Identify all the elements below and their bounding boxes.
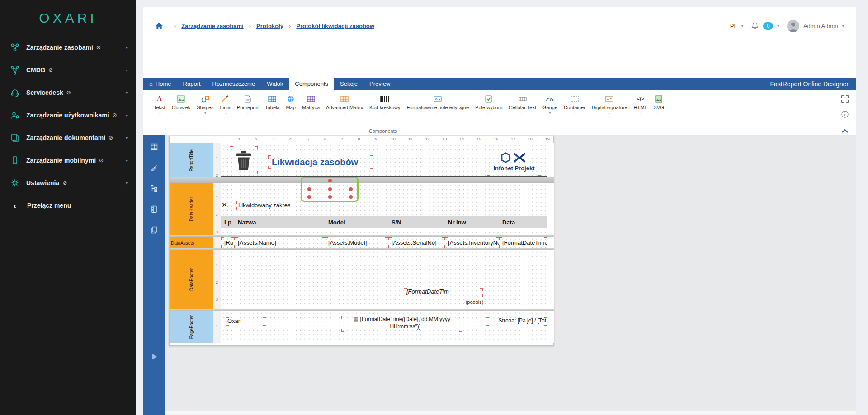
restricted-badge-icon: ⊘	[66, 89, 71, 96]
trash-image-object[interactable]	[230, 146, 258, 174]
component-shapes[interactable]: Shapes▾	[193, 93, 217, 115]
selection-handle[interactable]	[349, 187, 353, 191]
header-cell-nazwa[interactable]: Nazwa	[235, 216, 325, 228]
component-container[interactable]: Container…	[561, 93, 589, 115]
data-cell-date[interactable]: [FormatDateTime	[499, 237, 547, 248]
selection-handle[interactable]	[328, 179, 332, 182]
header-cell-data[interactable]: Data	[499, 216, 547, 228]
footer-page-number-object[interactable]: Strona: [Pa je] / [Tot	[486, 317, 547, 326]
footer-datetime-object[interactable]: ▦ [FormatDateTime([Date], dd.MM.yyyy HH:…	[341, 316, 462, 332]
component-obrazek[interactable]: Obrazek…	[169, 93, 194, 115]
properties-grid-icon[interactable]	[143, 136, 165, 157]
band-ruler: 123	[213, 250, 221, 309]
selection-handle[interactable]	[307, 195, 311, 199]
sidebar-item-zarzadzanie-dokumentami[interactable]: Zarządzanie dokumentami ⊘ ▾	[0, 126, 136, 149]
info-icon[interactable]	[841, 111, 849, 120]
signature-date-object[interactable]: [FormatDateTim	[404, 288, 483, 297]
selection-handle[interactable]	[328, 195, 332, 199]
chevron-down-icon[interactable]: ▾	[777, 23, 779, 28]
tab-raport[interactable]: Raport	[177, 78, 207, 90]
header-cell-sn[interactable]: S/N	[388, 216, 445, 228]
component-tekst[interactable]: A Tekst…	[151, 93, 169, 115]
tab-home[interactable]: ⌂Home	[143, 78, 177, 90]
horizontal-scrollbar[interactable]	[165, 411, 856, 415]
selection-handle[interactable]	[349, 195, 353, 199]
band-content-data-footer[interactable]: [FormatDateTim (podpis)	[221, 250, 547, 309]
tab-sekcje[interactable]: Sekcje	[334, 78, 363, 90]
collapse-toolbar-chevron-icon[interactable]	[841, 127, 849, 135]
signature-caption[interactable]: (podpis)	[404, 299, 545, 305]
tab-widok[interactable]: Widok	[261, 78, 289, 90]
selection-handle[interactable]	[307, 187, 311, 191]
signature-line-object[interactable]	[404, 298, 545, 298]
sidebar-item-zarzadzanie-uzytkownikami[interactable]: Zarządzanie użytkownikami ⊘ ▾	[0, 104, 136, 126]
grid-glyph-icon: ▦	[354, 316, 358, 322]
home-icon[interactable]	[155, 22, 164, 30]
band-label-data-footer[interactable]: DataFooter	[170, 250, 213, 309]
line-object[interactable]	[221, 176, 547, 177]
selection-handle[interactable]	[328, 187, 332, 191]
section-label-object[interactable]: Likwidowany zakres	[236, 201, 304, 210]
header-cell-nr-inw[interactable]: Nr inw.	[445, 216, 499, 228]
brush-icon[interactable]	[143, 157, 165, 178]
sidebar-item-ustawienia[interactable]: Ustawienia ⊘ ▾	[0, 172, 136, 194]
delete-section-icon[interactable]: ✕	[222, 201, 227, 209]
header-cell-lp[interactable]: Lp.	[221, 216, 235, 228]
band-content-data-assets[interactable]: [Ro [Assets.Name] [Assets.Model] [Assets…	[221, 237, 547, 248]
component-html[interactable]: </> HTML…	[631, 93, 651, 115]
tab-components[interactable]: Components	[289, 78, 334, 90]
avatar[interactable]	[787, 20, 799, 32]
data-cell-serial[interactable]: [Assets.SerialNo]	[388, 237, 445, 248]
infonet-logo-object[interactable]: Infonet Projekt	[487, 147, 541, 176]
bell-icon[interactable]	[751, 22, 759, 30]
chevron-down-icon[interactable]: ▾	[842, 23, 844, 28]
tab-rozmieszczenie[interactable]: Rozmieszczenie	[207, 78, 261, 90]
breadcrumb-link-protokoly[interactable]: Protokoły	[256, 23, 283, 29]
component-gauge[interactable]: Gauge▾	[539, 93, 561, 115]
component-pole-wyboru[interactable]: Pole wyboru…	[472, 93, 506, 115]
component-tabela[interactable]: Tabela…	[262, 93, 283, 115]
svg-icon	[655, 93, 662, 104]
user-name: Admin Admin	[803, 23, 838, 29]
data-dictionary-icon[interactable]	[143, 199, 165, 219]
breadcrumb-link-protokol-likwidacji[interactable]: Protokół likwidacji zasobów	[296, 23, 374, 29]
sidebar-item-zarzadzanie-mobilnymi[interactable]: Zarządzanie mobilnymi ⊘ ▾	[0, 149, 136, 172]
data-cell-row-number[interactable]: [Ro	[221, 237, 235, 248]
tab-preview[interactable]: Preview	[363, 78, 396, 90]
component-linia[interactable]: Linia…	[217, 93, 234, 115]
report-title-text-object[interactable]: Likwidacja zasobów	[268, 155, 373, 169]
footer-left-object[interactable]: Oxari	[226, 317, 266, 326]
fullscreen-icon[interactable]	[841, 95, 849, 104]
report-tree-icon[interactable]	[143, 178, 165, 199]
component-digital-signature[interactable]: Digital signature…	[589, 93, 631, 115]
band-label-data-assets[interactable]: DataAssets	[170, 237, 213, 248]
component-cellular-text[interactable]: Cellular Text…	[506, 93, 539, 115]
selection-box[interactable]	[301, 177, 359, 202]
band-content-data-header[interactable]: ✕ Likwidowany zakres Lp. Nazwa Model S/N…	[221, 183, 547, 235]
header-cell-model[interactable]: Model	[325, 216, 388, 228]
component-svg[interactable]: SVG…	[651, 93, 667, 115]
breadcrumb-link-zasoby[interactable]: Zarządzanie zasobami	[181, 23, 243, 29]
component-kod-kreskowy[interactable]: Kod kreskowy…	[366, 93, 403, 115]
pages-icon[interactable]	[143, 219, 165, 240]
sidebar-item-cmdb[interactable]: CMDB ⊘ ▾	[0, 59, 136, 81]
band-content-page-footer[interactable]: Oxari ▦ [FormatDateTime([Date], dd.MM.yy…	[221, 311, 547, 343]
sidebar-toggle-menu[interactable]: ‹ Przełącz menu	[0, 194, 136, 217]
sidebar-item-servicedesk[interactable]: Servicedesk ⊘ ▾	[0, 81, 136, 104]
run-icon[interactable]	[143, 346, 165, 367]
band-label-report-title[interactable]: ReportTitle	[170, 143, 213, 177]
band-label-data-header[interactable]: DataHeader	[170, 183, 213, 235]
band-label-page-footer[interactable]: PageFooter	[170, 311, 213, 343]
band-content-report-title[interactable]: Likwidacja zasobów Infonet Projekt	[221, 143, 547, 177]
component-matryca[interactable]: Matryca…	[299, 93, 323, 115]
band-separator[interactable]	[170, 177, 554, 183]
component-formatowane-pole-edycyjne[interactable]: Formatowane pole edycyjne…	[404, 93, 472, 115]
data-cell-model[interactable]: [Assets.Model]	[325, 237, 388, 248]
component-podreport[interactable]: Podreport…	[234, 93, 262, 115]
sidebar-item-zarzadzanie-zasobami[interactable]: Zarządzanie zasobami ⊘ ▾	[0, 36, 136, 59]
component-advanced-matrix[interactable]: Advanced Matrix…	[323, 93, 366, 115]
data-cell-name[interactable]: [Assets.Name]	[235, 237, 325, 248]
data-cell-inventory[interactable]: [Assets.InventoryNo	[445, 237, 499, 248]
language-selector[interactable]: PL	[730, 23, 737, 29]
component-map[interactable]: Map…	[283, 93, 299, 115]
